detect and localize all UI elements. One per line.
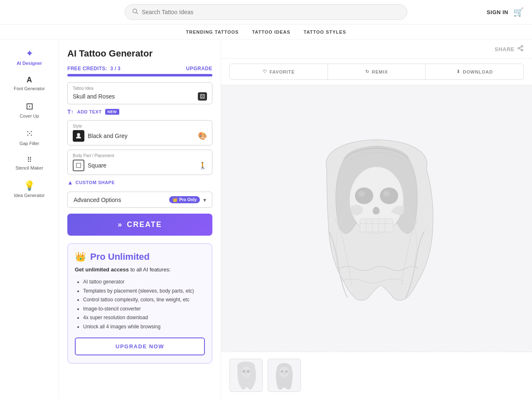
sidebar-label-cover-up: Cover Up bbox=[20, 113, 39, 118]
style-thumbnail bbox=[73, 130, 84, 142]
triangle-icon: ▲ bbox=[67, 179, 73, 186]
nav-tattoo-ideas[interactable]: TATTOO IDEAS bbox=[252, 30, 290, 34]
main-area: AI Tattoo Generator FREE CREDITS: 3 / 3 … bbox=[59, 40, 532, 399]
layout: ✦ AI Designer A Font Generator ⊡ Cover U… bbox=[0, 40, 532, 399]
thumbnails-row bbox=[221, 352, 532, 399]
upgrade-link[interactable]: UPGRADE bbox=[186, 66, 212, 71]
svg-rect-23 bbox=[243, 375, 249, 378]
svg-point-29 bbox=[281, 370, 283, 373]
sidebar-item-ai-designer[interactable]: ✦ AI Designer bbox=[0, 43, 59, 71]
share-label: SHARE bbox=[495, 46, 515, 52]
heart-icon: ♡ bbox=[263, 69, 267, 74]
advanced-right: 👑 Pro Only ▾ bbox=[169, 196, 206, 203]
remix-button[interactable]: ↻ REMIX bbox=[328, 64, 426, 80]
advanced-options-label: Advanced Options bbox=[74, 197, 121, 203]
pro-feature-item: Control tattoo complexity, colors, line … bbox=[83, 296, 205, 305]
sidebar-item-stencil-maker[interactable]: ⠿ Stencil Maker bbox=[0, 151, 59, 175]
svg-point-13 bbox=[383, 191, 390, 197]
style-field[interactable]: Style Black and Grey 🎨 bbox=[67, 120, 212, 145]
tattoo-idea-input[interactable] bbox=[73, 93, 198, 100]
sidebar-item-cover-up[interactable]: ⊡ Cover Up bbox=[0, 96, 59, 123]
thumbnail-2[interactable] bbox=[268, 359, 301, 392]
add-text-row[interactable]: T↑ ADD TEXT NEW bbox=[67, 108, 212, 115]
thumbnail-1[interactable] bbox=[229, 359, 263, 392]
sidebar-label-font-generator: Font Generator bbox=[14, 86, 45, 91]
pro-box-subtitle: Get unlimited access to all AI features: bbox=[75, 266, 205, 273]
advanced-options-row[interactable]: Advanced Options 👑 Pro Only ▾ bbox=[67, 192, 212, 208]
svg-point-4 bbox=[521, 45, 523, 47]
pro-box-title: Pro Unlimited bbox=[90, 251, 150, 262]
share-row[interactable]: SHARE bbox=[495, 45, 524, 53]
nav-tattoo-styles[interactable]: TATTOO STYLES bbox=[304, 30, 346, 34]
stencil-maker-icon: ⠿ bbox=[27, 156, 32, 164]
progress-fill bbox=[67, 74, 212, 76]
tattoo-idea-field: Tattoo Idea ⚄ bbox=[67, 82, 212, 104]
svg-rect-14 bbox=[360, 219, 393, 232]
progress-bar bbox=[67, 74, 212, 76]
pro-feature-item: AI tattoo generator bbox=[83, 278, 205, 287]
pro-box-title-row: 👑 Pro Unlimited bbox=[75, 251, 205, 262]
tattoo-main-image bbox=[298, 131, 456, 306]
skull-illustration bbox=[306, 135, 447, 302]
pro-box-crown-icon: 👑 bbox=[75, 251, 86, 262]
sign-in-link[interactable]: SIGN IN bbox=[487, 9, 508, 15]
svg-rect-3 bbox=[76, 163, 81, 168]
download-icon: ⬇ bbox=[456, 69, 461, 74]
svg-point-30 bbox=[285, 370, 288, 373]
cart-icon[interactable]: 🛒 bbox=[513, 7, 524, 17]
new-badge: NEW bbox=[105, 109, 120, 115]
action-buttons: ♡ FAVORITE ↻ REMIX ⬇ DOWNLOAD bbox=[221, 59, 532, 85]
search-wrapper bbox=[125, 4, 407, 20]
svg-line-8 bbox=[520, 47, 522, 48]
placement-input-row: Square 🚶 bbox=[73, 160, 207, 171]
body-figure-icon[interactable]: 🚶 bbox=[199, 162, 207, 170]
sidebar-item-font-generator[interactable]: A Font Generator bbox=[0, 71, 59, 96]
text-icon: T↑ bbox=[67, 108, 74, 115]
custom-shape-label: CUSTOM SHAPE bbox=[76, 180, 115, 185]
svg-point-21 bbox=[242, 370, 246, 373]
favorite-button[interactable]: ♡ FAVORITE bbox=[229, 64, 328, 80]
pro-feature-item: Unlock all 4 images while browsing bbox=[83, 323, 205, 332]
main-nav: TRENDING TATTOOS TATTOO IDEAS TATTOO STY… bbox=[0, 25, 532, 40]
pro-features-list: AI tattoo generator Templates by placeme… bbox=[75, 278, 205, 332]
pro-feature-item: Templates by placement (sleeves, body pa… bbox=[83, 287, 205, 296]
nav-trending[interactable]: TRENDING TATTOOS bbox=[186, 30, 239, 34]
svg-point-22 bbox=[246, 370, 250, 373]
style-input-row: Black and Grey 🎨 bbox=[73, 130, 207, 142]
search-input[interactable] bbox=[142, 9, 400, 15]
download-button[interactable]: ⬇ DOWNLOAD bbox=[426, 64, 524, 80]
sidebar-item-gap-filler[interactable]: ⁙ Gap Filler bbox=[0, 123, 59, 151]
cover-up-icon: ⊡ bbox=[26, 101, 33, 112]
create-button[interactable]: » CREATE bbox=[67, 214, 212, 236]
top-bar: SIGN IN 🛒 bbox=[0, 0, 532, 25]
right-top-bar: SHARE bbox=[221, 40, 532, 59]
svg-line-1 bbox=[136, 12, 138, 14]
sidebar: ✦ AI Designer A Font Generator ⊡ Cover U… bbox=[0, 40, 59, 399]
placement-field[interactable]: Body Part / Placement Square 🚶 bbox=[67, 150, 212, 175]
placement-thumbnail bbox=[73, 160, 84, 171]
style-name-label: Black and Grey bbox=[88, 133, 195, 139]
upgrade-now-button[interactable]: UPGRADE NOW bbox=[75, 337, 205, 355]
search-icon bbox=[132, 8, 138, 16]
gap-filler-icon: ⁙ bbox=[26, 128, 33, 139]
pro-box: 👑 Pro Unlimited Get unlimited access to … bbox=[67, 243, 212, 364]
ai-designer-icon: ✦ bbox=[26, 48, 33, 59]
sidebar-item-idea-generator[interactable]: 💡 Idea Generator bbox=[0, 175, 59, 203]
style-label: Style bbox=[73, 124, 207, 128]
svg-point-2 bbox=[77, 133, 80, 136]
crown-icon: 👑 bbox=[172, 197, 177, 202]
double-chevron-icon: » bbox=[118, 220, 123, 229]
tattoo-preview bbox=[221, 85, 532, 352]
top-right-actions: SIGN IN 🛒 bbox=[487, 7, 524, 17]
palette-icon[interactable]: 🎨 bbox=[198, 131, 207, 140]
credits-row: FREE CREDITS: 3 / 3 UPGRADE bbox=[67, 66, 212, 71]
sidebar-label-gap-filler: Gap Filler bbox=[20, 141, 39, 146]
dice-icon[interactable]: ⚄ bbox=[198, 92, 207, 101]
pro-badge: 👑 Pro Only bbox=[169, 196, 200, 203]
svg-point-6 bbox=[521, 49, 523, 51]
custom-shape-row[interactable]: ▲ CUSTOM SHAPE bbox=[67, 179, 212, 186]
add-text-label: ADD TEXT bbox=[77, 109, 102, 114]
idea-generator-icon: 💡 bbox=[24, 180, 35, 191]
chevron-down-icon: ▾ bbox=[203, 197, 206, 203]
svg-point-11 bbox=[380, 187, 398, 204]
